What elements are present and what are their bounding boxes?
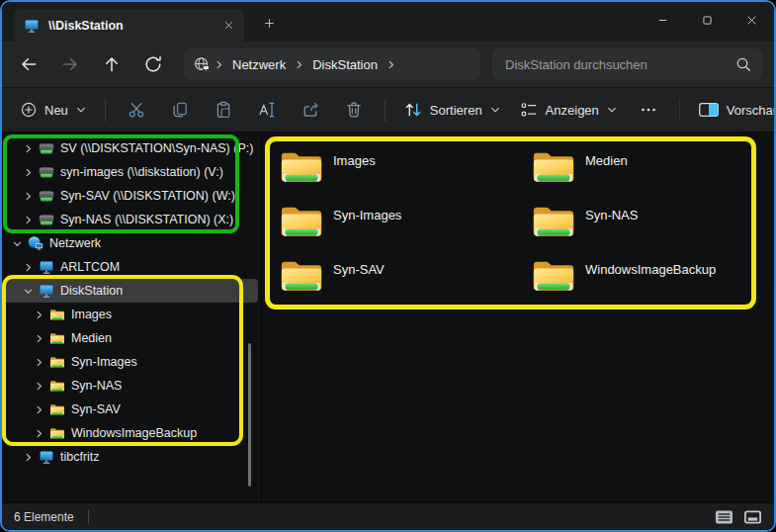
chevron-down-icon[interactable] <box>21 284 36 299</box>
chevron-right-icon[interactable] <box>21 165 36 180</box>
sort-arrows-icon <box>403 100 423 120</box>
address-bar[interactable]: Netzwerk DiskStation <box>184 48 480 80</box>
folder-icon <box>48 330 66 346</box>
folder-icon <box>48 354 66 370</box>
chevron-down-icon[interactable] <box>10 236 25 251</box>
chevron-right-icon[interactable] <box>21 141 36 156</box>
folder-icon <box>48 401 66 417</box>
breadcrumb-segment-netzwerk[interactable]: Netzwerk <box>232 57 286 72</box>
toolbar-separator <box>385 99 386 122</box>
folder-icon <box>279 201 324 240</box>
sidebar-item-drive-x[interactable]: Syn-NAS (\\DISKSTATION) (X:) <box>5 208 258 231</box>
file-explorer-window: \\DiskStation Netzwerk DiskStation <box>0 0 776 532</box>
folder-tile-label: Syn-NAS <box>585 208 638 222</box>
explorer-tab[interactable]: \\DiskStation <box>14 9 244 42</box>
maximize-button[interactable] <box>685 2 730 38</box>
network-drive-icon <box>38 140 55 156</box>
sidebar-item-label: SV (\\DISKSTATION\Syn-NAS) (P:) <box>60 141 253 155</box>
sidebar-item-label: tibcfritz <box>60 450 100 464</box>
chevron-right-icon[interactable] <box>32 379 46 394</box>
paste-button[interactable] <box>204 93 243 127</box>
folder-tile-windowsimagebackup[interactable]: WindowsImageBackup <box>531 255 776 310</box>
chevron-down-icon <box>75 104 87 116</box>
computer-icon <box>38 259 55 275</box>
folder-icon <box>48 378 66 394</box>
titlebar: \\DiskStation <box>2 2 774 42</box>
sidebar-item-label: Medien <box>71 331 112 345</box>
sidebar-item-tibcfritz[interactable]: tibcfritz <box>5 445 258 469</box>
breadcrumb-chevron-icon[interactable] <box>214 59 224 70</box>
sidebar-item-drive-v[interactable]: syn-images (\\diskstation) (V:) <box>5 160 258 184</box>
folder-tile-syn-sav[interactable]: Syn-SAV <box>279 255 531 310</box>
network-drive-icon <box>38 164 55 180</box>
search-box[interactable] <box>492 48 762 80</box>
network-globe-icon <box>27 235 44 251</box>
cut-button[interactable] <box>117 93 156 127</box>
folder-tile-syn-nas[interactable]: Syn-NAS <box>531 201 776 255</box>
chevron-right-icon[interactable] <box>32 331 46 346</box>
statusbar-separator <box>88 510 89 524</box>
navigation-bar: Netzwerk DiskStation <box>2 42 774 87</box>
rename-button[interactable] <box>247 93 287 127</box>
chevron-right-icon[interactable] <box>32 426 46 441</box>
forward-button[interactable] <box>53 47 87 81</box>
delete-button[interactable] <box>334 93 374 127</box>
chevron-right-icon[interactable] <box>32 402 46 417</box>
sidebar-item-syn-nas[interactable]: Syn-NAS <box>5 374 258 398</box>
new-tab-button[interactable] <box>257 11 281 35</box>
sidebar-item-label: Syn-NAS (\\DISKSTATION) (X:) <box>60 213 233 226</box>
sidebar-item-arltcom[interactable]: ARLTCOM <box>5 255 258 279</box>
sidebar-item-syn-sav[interactable]: Syn-SAV <box>5 398 258 421</box>
minimize-button[interactable] <box>641 2 685 38</box>
chevron-right-icon[interactable] <box>21 450 36 465</box>
sidebar-scrollbar[interactable] <box>248 343 251 487</box>
sidebar-item-diskstation[interactable]: DiskStation <box>5 279 258 303</box>
search-input[interactable] <box>503 56 735 73</box>
window-controls <box>641 2 774 38</box>
breadcrumb-chevron-icon[interactable] <box>294 59 304 70</box>
sidebar-item-syn-images[interactable]: Syn-Images <box>5 350 258 374</box>
chevron-right-icon[interactable] <box>21 213 36 227</box>
sort-button[interactable]: Sortieren <box>394 93 510 127</box>
new-button-label: Neu <box>44 103 68 118</box>
back-button[interactable] <box>12 47 45 81</box>
folder-tiles: Images Medien Syn-Images Syn-NAS Syn-SAV <box>262 133 774 310</box>
chevron-right-icon[interactable] <box>21 189 36 204</box>
computer-icon <box>24 18 40 34</box>
up-button[interactable] <box>95 47 129 81</box>
toolbar-separator <box>105 99 106 122</box>
sidebar-item-windowsimagebackup[interactable]: WindowsImageBackup <box>5 421 258 445</box>
more-options-button[interactable] <box>629 93 668 127</box>
sidebar-item-drive-p[interactable]: SV (\\DISKSTATION\Syn-NAS) (P:) <box>5 136 258 160</box>
details-view-icon[interactable] <box>715 509 733 525</box>
sidebar-item-label: Syn-NAS <box>71 379 122 393</box>
chevron-right-icon[interactable] <box>21 260 36 275</box>
new-button[interactable]: Neu <box>11 93 96 127</box>
copy-button[interactable] <box>160 93 200 127</box>
chevron-right-icon[interactable] <box>32 308 46 322</box>
close-button[interactable] <box>730 2 774 38</box>
view-button[interactable]: Anzeigen <box>510 93 627 127</box>
folder-tile-medien[interactable]: Medien <box>531 146 776 201</box>
sidebar-item-images[interactable]: Images <box>5 303 258 326</box>
sidebar-item-medien[interactable]: Medien <box>5 326 258 350</box>
file-list-pane: Images Medien Syn-Images Syn-NAS Syn-SAV <box>262 133 774 502</box>
large-icons-view-icon[interactable] <box>743 509 762 525</box>
breadcrumb-chevron-icon[interactable] <box>386 59 396 70</box>
view-button-label: Anzeigen <box>546 103 599 118</box>
sidebar-item-label: WindowsImageBackup <box>71 426 197 440</box>
sort-button-label: Sortieren <box>430 103 482 118</box>
search-icon[interactable] <box>735 56 751 72</box>
sidebar-item-netzwerk[interactable]: Netzwerk <box>5 231 258 255</box>
folder-tile-images[interactable]: Images <box>279 146 531 201</box>
folder-tile-syn-images[interactable]: Syn-Images <box>279 201 531 255</box>
explorer-body: SV (\\DISKSTATION\Syn-NAS) (P:) syn-imag… <box>2 133 774 502</box>
preview-button[interactable]: Vorschau <box>689 93 776 127</box>
folder-tree: SV (\\DISKSTATION\Syn-NAS) (P:) syn-imag… <box>2 133 261 469</box>
refresh-button[interactable] <box>136 47 170 81</box>
breadcrumb-segment-diskstation[interactable]: DiskStation <box>312 57 378 72</box>
share-button[interactable] <box>291 93 330 127</box>
close-tab-icon[interactable] <box>218 16 238 36</box>
chevron-right-icon[interactable] <box>32 355 46 370</box>
sidebar-item-drive-w[interactable]: Syn-SAV (\\DISKSTATION) (W:) <box>5 184 258 208</box>
